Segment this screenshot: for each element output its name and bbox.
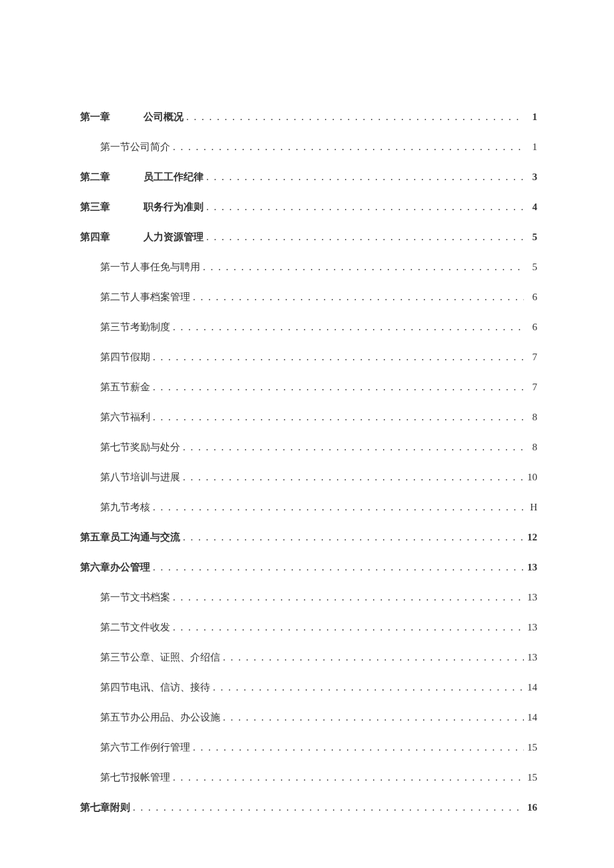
toc-entry: 第一节公司简介1 (80, 140, 537, 154)
toc-leader-dots (180, 530, 524, 544)
toc-entry: 第六节工作例行管理15 (80, 741, 537, 755)
toc-title: 第三节考勤制度 (100, 320, 170, 334)
toc-page-number: 15 (524, 741, 537, 755)
toc-leader-dots (150, 410, 524, 424)
toc-entry: 第一节人事任免与聘用5 (80, 260, 537, 274)
toc-page-number: 7 (524, 350, 537, 364)
toc-entry: 第八节培训与进展10 (80, 470, 537, 484)
toc-page-number: H (524, 500, 537, 514)
toc-page-number: 15 (524, 771, 537, 785)
toc-page-number: 4 (524, 200, 537, 214)
toc-leader-dots (150, 500, 524, 514)
toc-leader-dots (204, 200, 524, 214)
toc-entry: 第四章人力资源管理5 (80, 230, 537, 244)
toc-title: 第六章办公管理 (80, 560, 150, 574)
toc-leader-dots (190, 741, 524, 755)
toc-page-number: 1 (524, 110, 537, 124)
toc-chapter-label: 第四章 (80, 230, 110, 244)
toc-chapter-label: 第三章 (80, 200, 110, 214)
toc-leader-dots (180, 440, 524, 454)
toc-entry: 第二节文件收发13 (80, 620, 537, 634)
toc-entry: 第六章办公管理13 (80, 560, 537, 574)
toc-entry: 第四节电讯、信访、接待14 (80, 681, 537, 695)
toc-page-number: 13 (524, 620, 537, 634)
toc-title: 第三节公章、证照、介绍信 (100, 650, 220, 665)
toc-leader-dots (170, 320, 524, 334)
toc-entry: 第七节奖励与处分8 (80, 440, 537, 454)
toc-entry: 第三节考勤制度6 (80, 320, 537, 334)
toc-entry: 第三章职务行为准则4 (80, 200, 537, 214)
toc-title: 第四节假期 (100, 350, 150, 364)
toc-leader-dots (204, 170, 524, 184)
toc-title: 员工工作纪律 (143, 170, 204, 184)
toc-title: 第四节电讯、信访、接待 (100, 681, 210, 695)
toc-page-number: 5 (524, 230, 537, 244)
toc-title: 公司概况 (143, 110, 184, 124)
toc-title: 第一节文书档案 (100, 590, 170, 604)
toc-leader-dots (204, 230, 524, 244)
toc-page-number: 14 (524, 681, 537, 695)
toc-title: 第九节考核 (100, 500, 150, 514)
toc-page-number: 8 (524, 440, 537, 454)
toc-page-number: 12 (524, 530, 537, 544)
toc-page-number: 6 (524, 290, 537, 304)
toc-leader-dots (170, 620, 524, 634)
toc-entry: 第四节假期7 (80, 350, 537, 364)
toc-entry: 第九节考核H (80, 500, 537, 514)
toc-page-number: 6 (524, 320, 537, 334)
toc-leader-dots (210, 681, 524, 695)
toc-page-number: 1 (524, 140, 537, 154)
toc-page-number: 13 (524, 560, 537, 574)
toc-page-number: 13 (524, 590, 537, 604)
toc-leader-dots (170, 771, 524, 785)
toc-entry: 第七节报帐管理15 (80, 771, 537, 785)
toc-title: 第六节工作例行管理 (100, 741, 190, 755)
toc-title: 第六节福利 (100, 410, 150, 424)
toc-page-number: 10 (524, 470, 537, 484)
toc-leader-dots (190, 290, 524, 304)
toc-leader-dots (220, 650, 524, 665)
toc-title: 第二节人事档案管理 (100, 290, 190, 304)
toc-page-number: 14 (524, 711, 537, 725)
toc-title: 第八节培训与进展 (100, 470, 180, 484)
toc-leader-dots (150, 380, 524, 394)
toc-title: 人力资源管理 (143, 230, 204, 244)
toc-entry: 第二节人事档案管理6 (80, 290, 537, 304)
toc-title: 职务行为准则 (143, 200, 204, 214)
toc-entry: 第一节文书档案13 (80, 590, 537, 604)
toc-title: 第五章员工沟通与交流 (80, 530, 180, 544)
toc-entry: 第三节公章、证照、介绍信13 (80, 650, 537, 665)
toc-entry: 第一章公司概况1 (80, 110, 537, 124)
toc-leader-dots (150, 350, 524, 364)
toc-page-number: 7 (524, 380, 537, 394)
toc-page-number: 16 (524, 801, 537, 815)
toc-title: 第七章附则 (80, 801, 130, 815)
toc-page-number: 8 (524, 410, 537, 424)
toc-title: 第一节人事任免与聘用 (100, 260, 200, 274)
toc-chapter-label: 第二章 (80, 170, 110, 184)
toc-title: 第一节公司简介 (100, 140, 170, 154)
toc-title: 第二节文件收发 (100, 620, 170, 634)
toc-entry: 第二章员工工作纪律3 (80, 170, 537, 184)
table-of-contents: 第一章公司概况1第一节公司简介1第二章员工工作纪律3第三章职务行为准则4第四章人… (80, 110, 537, 815)
toc-title: 第七节报帐管理 (100, 771, 170, 785)
toc-entry: 第五节薪金7 (80, 380, 537, 394)
toc-entry: 第七章附则16 (80, 801, 537, 815)
toc-chapter-label: 第一章 (80, 110, 110, 124)
toc-page-number: 3 (524, 170, 537, 184)
toc-leader-dots (170, 140, 524, 154)
toc-title: 第七节奖励与处分 (100, 440, 180, 454)
toc-leader-dots (150, 560, 524, 574)
toc-title: 第五节办公用品、办公设施 (100, 711, 220, 725)
toc-entry: 第六节福利8 (80, 410, 537, 424)
toc-title: 第五节薪金 (100, 380, 150, 394)
toc-leader-dots (180, 470, 524, 484)
toc-leader-dots (220, 711, 524, 725)
toc-page-number: 5 (524, 260, 537, 274)
toc-leader-dots (200, 260, 524, 274)
toc-leader-dots (130, 801, 524, 815)
toc-leader-dots (184, 110, 524, 124)
toc-entry: 第五章员工沟通与交流12 (80, 530, 537, 544)
toc-entry: 第五节办公用品、办公设施14 (80, 711, 537, 725)
toc-page-number: 13 (524, 650, 537, 665)
